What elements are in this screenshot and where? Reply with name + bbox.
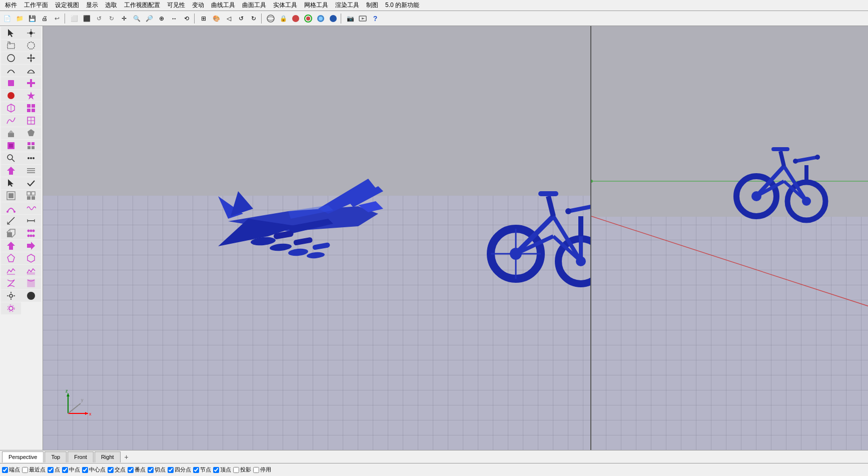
menu-网格工具[interactable]: 网格工具 (301, 0, 331, 11)
color-wheel-button[interactable] (302, 13, 314, 25)
camera-button[interactable]: 📷 (344, 13, 356, 25)
snap-intersection[interactable]: 交点 (108, 466, 126, 473)
menu-新功能[interactable]: 5.0 的新功能 (382, 0, 422, 11)
box-tool[interactable] (1, 190, 21, 202)
tool-b[interactable]: 🔍 (131, 13, 143, 25)
measure-tool[interactable] (1, 215, 21, 227)
snap-knot[interactable]: 节点 (193, 466, 211, 473)
box3d-tool[interactable] (1, 227, 21, 239)
snap-quad[interactable]: 四分点 (168, 466, 191, 473)
print-button[interactable]: 🖨 (39, 13, 51, 25)
menu-选取[interactable]: 选取 (102, 0, 120, 11)
menu-渲染工具[interactable]: 渲染工具 (332, 0, 362, 11)
snap-endpoint[interactable]: 端点 (2, 466, 20, 473)
tool-h[interactable]: ↺ (235, 13, 247, 25)
obj-tool-1[interactable] (1, 140, 21, 152)
fabric-grid-tool[interactable] (21, 277, 41, 289)
pink-arrow-tool[interactable] (1, 165, 21, 177)
fabric-tool[interactable] (1, 277, 21, 289)
settings-tool[interactable] (1, 290, 21, 302)
snap-knot-checkbox[interactable] (193, 467, 199, 473)
snap-project-checkbox[interactable] (233, 467, 239, 473)
box-grid-tool[interactable] (21, 190, 41, 202)
object-props-button[interactable]: ⬜ (68, 13, 80, 25)
snap-tangent[interactable]: 切点 (148, 466, 166, 473)
tool-c[interactable]: 🔎 (143, 13, 155, 25)
grid-button[interactable]: ⊞ (198, 13, 210, 25)
arrow-right-tool[interactable] (21, 240, 41, 252)
tab-top[interactable]: Top (45, 451, 67, 462)
open-button[interactable]: 📁 (14, 13, 26, 25)
menu-曲线工具[interactable]: 曲线工具 (208, 0, 238, 11)
perspective-viewport[interactable]: Perspective ▼ (43, 26, 868, 450)
curve-tool[interactable] (1, 65, 21, 77)
save-button[interactable]: 💾 (26, 13, 38, 25)
tab-perspective[interactable]: Perspective (2, 451, 44, 462)
cube-tool[interactable] (1, 102, 21, 114)
sphere-button[interactable] (265, 13, 277, 25)
menu-工作平面[interactable]: 工作平面 (21, 0, 51, 11)
arrow-up-tool[interactable] (1, 240, 21, 252)
tool-d[interactable]: ⊕ (156, 13, 168, 25)
pink-tool-2[interactable] (21, 77, 41, 89)
point-tool[interactable] (21, 27, 41, 39)
snap-disabled[interactable]: 停用 (253, 466, 271, 473)
material-button[interactable] (315, 13, 327, 25)
menu-实体工具[interactable]: 实体工具 (270, 0, 300, 11)
snap-nearest-checkbox[interactable] (22, 467, 28, 473)
snap-center-checkbox[interactable] (82, 467, 88, 473)
dot-tool[interactable] (21, 152, 41, 164)
check-tool[interactable] (21, 177, 41, 189)
paint-button[interactable]: 🎨 (210, 13, 222, 25)
snap-vertex[interactable]: 顶点 (213, 466, 231, 473)
snap-intersection-checkbox[interactable] (108, 467, 114, 473)
tool-g[interactable]: ◁ (223, 13, 235, 25)
menu-设定视图[interactable]: 设定视图 (52, 0, 82, 11)
pink-bend-tool[interactable] (1, 202, 21, 214)
tool-a[interactable]: ✛ (118, 13, 130, 25)
split-viewport[interactable] (590, 26, 868, 450)
lasso-tool[interactable] (21, 40, 41, 52)
select-tool[interactable] (1, 27, 21, 39)
sphere3d-tool[interactable] (21, 290, 41, 302)
extrude-tool[interactable] (1, 127, 21, 139)
menu-工作视图配置[interactable]: 工作视图配置 (121, 0, 163, 11)
menu-可见性[interactable]: 可见性 (164, 0, 188, 11)
redo-button[interactable]: ↻ (106, 13, 118, 25)
grid-tool[interactable] (21, 165, 41, 177)
tool-f[interactable]: ⟲ (181, 13, 193, 25)
snap-midpoint-checkbox[interactable] (62, 467, 68, 473)
terrain-grid-tool[interactable] (21, 265, 41, 277)
snap-quad-checkbox[interactable] (168, 467, 174, 473)
obj-button-2[interactable]: ⬛ (81, 13, 93, 25)
snap-vertex-checkbox[interactable] (213, 467, 219, 473)
pink-dots-tool[interactable] (21, 227, 41, 239)
tab-right[interactable]: Right (95, 451, 121, 462)
tab-add-button[interactable]: + (122, 452, 132, 462)
help-button[interactable]: ? (369, 13, 381, 25)
snap-tangent-checkbox[interactable] (148, 467, 154, 473)
snap-project[interactable]: 投影 (233, 466, 251, 473)
lock-button[interactable]: 🔒 (277, 13, 289, 25)
obj-tool-2[interactable] (21, 140, 41, 152)
tab-front[interactable]: Front (68, 451, 94, 462)
circle-tool[interactable] (1, 52, 21, 64)
snap-nearest[interactable]: 最近点 (22, 466, 46, 473)
snap-point[interactable]: 点 (48, 466, 60, 473)
pink-tool-1[interactable] (1, 77, 21, 89)
menu-显示[interactable]: 显示 (83, 0, 101, 11)
render2-button[interactable] (357, 13, 369, 25)
snap-endpoint-checkbox[interactable] (2, 467, 8, 473)
surface-tool[interactable] (1, 115, 21, 127)
arc-tool[interactable] (21, 65, 41, 77)
search-tool[interactable] (1, 152, 21, 164)
3d-tool[interactable] (21, 127, 41, 139)
select-rect-tool[interactable] (1, 40, 21, 52)
color-sphere-button[interactable] (290, 13, 302, 25)
new-button[interactable]: 📄 (1, 13, 13, 25)
pink-grid-tool[interactable] (21, 102, 41, 114)
terrain-tool[interactable] (1, 265, 21, 277)
gear-tool[interactable] (1, 302, 21, 314)
pentagon-tool[interactable] (1, 252, 21, 264)
menu-制图[interactable]: 制图 (363, 0, 381, 11)
